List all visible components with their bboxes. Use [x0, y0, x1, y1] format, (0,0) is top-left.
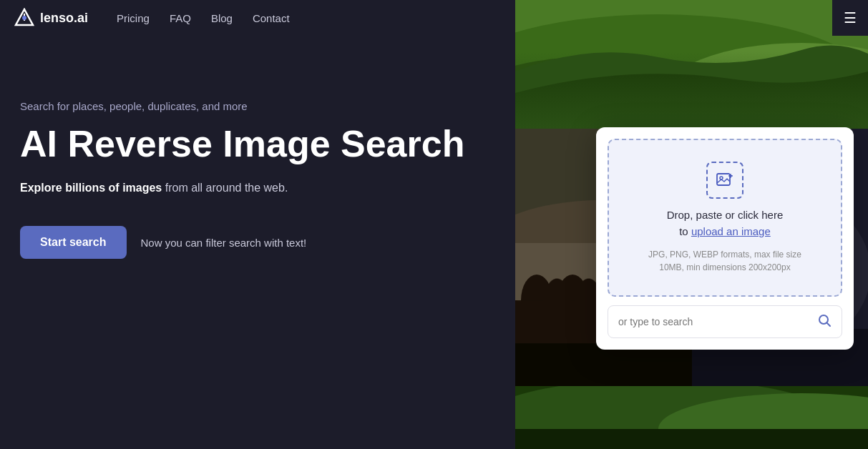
hero-description-bold: Explore billions of images — [20, 182, 162, 194]
hero-description-rest: from all around the web. — [162, 182, 288, 194]
nav-faq[interactable]: FAQ — [170, 12, 191, 24]
menu-button[interactable]: ☰ — [844, 9, 857, 26]
hero-title: AI Reverse Image Search — [20, 124, 467, 164]
upload-card: Drop, paste or click here to upload an i… — [596, 127, 854, 350]
search-submit-icon[interactable] — [817, 313, 832, 330]
text-search-bar[interactable] — [608, 305, 842, 338]
dropzone-line2-text: to — [679, 225, 691, 237]
dropzone-text: Drop, paste or click here to upload an i… — [667, 207, 784, 240]
hero-description: Explore billions of images from all arou… — [20, 182, 467, 194]
svg-line-29 — [827, 323, 830, 326]
search-icon — [817, 313, 832, 327]
hero-actions: Start search Now you can filter search w… — [20, 226, 467, 259]
start-search-button[interactable]: Start search — [20, 226, 127, 259]
hero-filter-note: Now you can filter search with text! — [141, 237, 307, 249]
upload-dropzone[interactable]: Drop, paste or click here to upload an i… — [608, 139, 842, 297]
formats-line2: 10MB, min dimensions 200x200px — [659, 262, 790, 272]
logo-icon — [14, 8, 34, 28]
svg-point-3 — [515, 57, 716, 129]
svg-point-28 — [819, 315, 828, 324]
bg-image-bottom — [515, 386, 868, 449]
svg-point-25 — [22, 16, 26, 20]
upload-icon-container — [706, 162, 743, 199]
nav-right: ☰ — [832, 0, 868, 36]
hero-subtitle: Search for places, people, duplicates, a… — [20, 100, 467, 112]
nav-pricing[interactable]: Pricing — [117, 12, 150, 24]
bg-image-top — [515, 0, 868, 129]
svg-point-10 — [557, 275, 588, 326]
formats-line1: JPG, PNG, WEBP formats, max file size — [648, 250, 801, 260]
nav-blog[interactable]: Blog — [211, 12, 233, 24]
upload-formats: JPG, PNG, WEBP formats, max file size 10… — [648, 248, 801, 274]
svg-point-4 — [587, 71, 868, 129]
text-search-input[interactable] — [618, 316, 811, 327]
dropzone-line1-text: Drop, paste or click here — [667, 209, 784, 221]
nav-links: Pricing FAQ Blog Contact — [117, 12, 290, 24]
nav-contact[interactable]: Contact — [253, 12, 290, 24]
upload-link[interactable]: upload an image — [691, 225, 771, 237]
navbar: lenso.ai Pricing FAQ Blog Contact — [0, 0, 515, 36]
hero-section: Search for places, people, duplicates, a… — [0, 57, 487, 259]
brand-name: lenso.ai — [40, 11, 88, 26]
svg-rect-22 — [515, 429, 868, 449]
svg-point-2 — [658, 43, 868, 129]
dropzone-line1: Drop, paste or click here to upload an i… — [667, 207, 784, 240]
svg-rect-15 — [515, 343, 692, 386]
image-upload-icon — [715, 170, 735, 190]
logo[interactable]: lenso.ai — [14, 8, 88, 28]
